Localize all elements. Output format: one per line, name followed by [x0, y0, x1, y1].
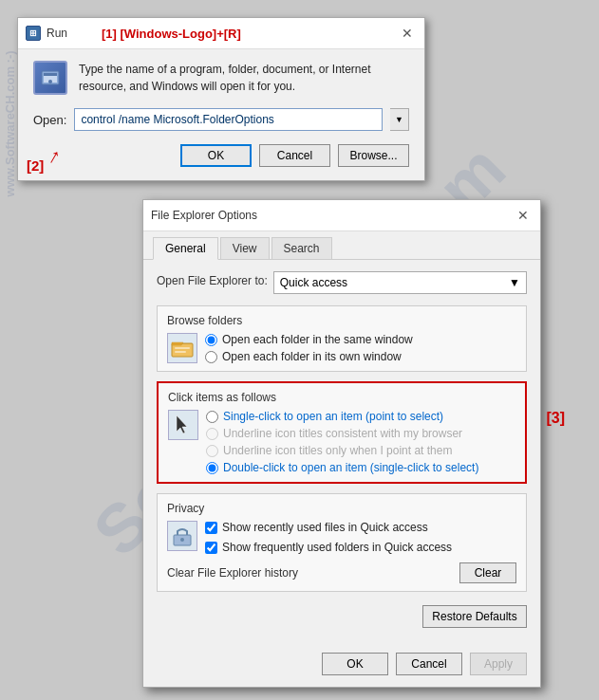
browse-folders-inner: Open each folder in the same window Open… — [167, 333, 516, 363]
privacy-inner: Show recently used files in Quick access… — [167, 521, 516, 557]
run-dialog: ⊞ Run [1] [Windows-Logo]+[R] ✕ Type the … — [17, 17, 425, 181]
browse-radio-group: Open each folder in the same window Open… — [205, 333, 413, 363]
click-radio-underline-browser — [206, 428, 218, 440]
feo-title-text: File Explorer Options — [151, 209, 257, 222]
privacy-frequent-checkbox[interactable] — [205, 542, 217, 554]
click-radio-single[interactable] — [206, 411, 218, 423]
run-titlebar-left: ⊞ Run [1] [Windows-Logo]+[R] — [26, 26, 241, 41]
run-title-text: Run — [47, 27, 67, 40]
restore-row: Restore Defaults — [157, 601, 527, 636]
open-fe-label: Open File Explorer to: — [157, 274, 268, 287]
click-option-double[interactable]: Double-click to open an item (single-cli… — [206, 461, 478, 474]
run-description-row: Type the name of a program, folder, docu… — [33, 61, 409, 95]
run-titlebar: ⊞ Run [1] [Windows-Logo]+[R] ✕ — [18, 18, 424, 49]
privacy-title: Privacy — [167, 502, 516, 515]
tab-view[interactable]: View — [220, 237, 270, 259]
open-fe-value: Quick access — [280, 276, 347, 289]
click-single-label: Single-click to open an item (point to s… — [223, 410, 443, 423]
svg-point-10 — [180, 538, 184, 542]
click-option-underline-point[interactable]: Underline icon titles only when I point … — [206, 444, 478, 457]
feo-body: Open File Explorer to: Quick access ▼ Br… — [143, 260, 540, 647]
feo-dialog: File Explorer Options ✕ General View Sea… — [142, 199, 541, 688]
feo-tabs: General View Search — [143, 231, 540, 260]
browse-folders-section: Browse folders Open each folder in the s… — [157, 305, 527, 372]
privacy-icon-svg — [170, 524, 195, 548]
feo-close-button[interactable]: ✕ — [514, 206, 533, 225]
svg-rect-5 — [172, 343, 193, 344]
privacy-checkboxes: Show recently used files in Quick access… — [205, 521, 452, 557]
privacy-recent-checkbox[interactable] — [205, 522, 217, 534]
folder-icon — [170, 336, 195, 360]
click-items-section: Click items as follows Single-click to o… — [157, 381, 527, 484]
run-icon-inner — [33, 61, 67, 95]
feo-titlebar: File Explorer Options ✕ — [143, 200, 540, 231]
feo-clear-row: Clear File Explorer history Clear — [167, 562, 516, 583]
run-browse-button[interactable]: Browse... — [338, 144, 409, 167]
click-radio-underline-point — [206, 445, 218, 457]
run-open-row: Open: ▼ — [33, 108, 409, 131]
svg-rect-2 — [44, 73, 57, 76]
svg-rect-7 — [175, 351, 186, 353]
run-buttons-row: OK Cancel Browse... — [33, 144, 409, 167]
browse-option-same-label: Open each folder in the same window — [222, 333, 413, 346]
privacy-frequent-label: Show frequently used folders in Quick ac… — [222, 541, 452, 554]
feo-footer: OK Cancel Apply — [143, 647, 540, 687]
privacy-recent-label: Show recently used files in Quick access — [222, 521, 428, 534]
click-items-inner: Single-click to open an item (point to s… — [168, 410, 515, 474]
tab-general[interactable]: General — [153, 237, 218, 260]
run-open-dropdown[interactable]: ▼ — [390, 108, 409, 131]
svg-rect-6 — [175, 347, 190, 349]
run-title-annotation: [1] [Windows-Logo]+[R] — [102, 27, 241, 41]
feo-clear-button[interactable]: Clear — [459, 562, 516, 583]
feo-clear-label: Clear File Explorer history — [167, 566, 298, 580]
browse-radio-own[interactable] — [205, 351, 217, 363]
run-app-icon — [33, 61, 67, 95]
feo-restore-button[interactable]: Restore Defaults — [422, 605, 527, 628]
open-fe-row: Open File Explorer to: Quick access ▼ — [157, 271, 527, 294]
run-open-input[interactable] — [74, 108, 383, 131]
privacy-frequent-folders[interactable]: Show frequently used folders in Quick ac… — [205, 541, 452, 554]
run-open-label: Open: — [33, 113, 66, 127]
open-fe-dropdown[interactable]: Quick access ▼ — [273, 271, 527, 294]
annotation-3: [3] — [546, 410, 565, 427]
cursor-icon — [171, 413, 196, 437]
click-underline-point-label: Underline icon titles only when I point … — [223, 444, 452, 457]
feo-apply-button[interactable]: Apply — [470, 653, 527, 675]
annotation-2: [2] — [27, 157, 44, 174]
browse-option-own-label: Open each folder in its own window — [222, 350, 402, 363]
privacy-section: Privacy Show recently used files in Quic… — [157, 493, 527, 592]
privacy-icon — [167, 521, 197, 551]
run-ok-button[interactable]: OK — [180, 144, 252, 167]
run-description: Type the name of a program, folder, docu… — [79, 61, 409, 95]
side-watermark: www.SoftwareCH.com :-) — [3, 50, 17, 196]
browse-folders-icon — [167, 333, 197, 363]
svg-point-3 — [48, 80, 52, 83]
feo-cancel-button[interactable]: Cancel — [396, 653, 462, 675]
run-close-button[interactable]: ✕ — [398, 24, 417, 43]
click-items-icon — [168, 410, 198, 440]
run-title-icon: ⊞ — [26, 26, 41, 41]
run-icon-svg — [40, 67, 61, 88]
click-double-label: Double-click to open an item (single-cli… — [223, 461, 478, 474]
click-option-single[interactable]: Single-click to open an item (point to s… — [206, 410, 478, 423]
click-option-underline-browser[interactable]: Underline icon titles consistent with my… — [206, 427, 478, 440]
open-fe-chevron-icon: ▼ — [509, 276, 520, 289]
browse-folders-title: Browse folders — [167, 314, 516, 327]
click-underline-browser-label: Underline icon titles consistent with my… — [223, 427, 462, 440]
click-items-title: Click items as follows — [168, 391, 515, 404]
feo-ok-button[interactable]: OK — [322, 653, 388, 675]
browse-option-own-window[interactable]: Open each folder in its own window — [205, 350, 413, 363]
click-radio-group: Single-click to open an item (point to s… — [206, 410, 478, 474]
run-body: Type the name of a program, folder, docu… — [18, 49, 424, 180]
click-radio-double[interactable] — [206, 462, 218, 474]
privacy-recent-files[interactable]: Show recently used files in Quick access — [205, 521, 452, 534]
browse-radio-same[interactable] — [205, 334, 217, 346]
svg-marker-8 — [177, 415, 187, 433]
tab-search[interactable]: Search — [271, 237, 332, 259]
browse-option-same-window[interactable]: Open each folder in the same window — [205, 333, 413, 346]
run-cancel-button[interactable]: Cancel — [259, 144, 330, 167]
